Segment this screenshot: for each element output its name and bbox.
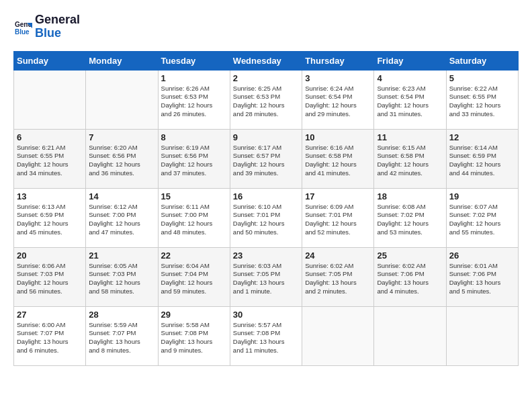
day-info: Sunrise: 6:10 AM Sunset: 7:01 PM Dayligh… [233,203,299,237]
day-number: 12 [449,132,515,142]
day-number: 1 [161,73,227,83]
day-info: Sunrise: 6:15 AM Sunset: 6:58 PM Dayligh… [377,144,443,178]
day-number: 15 [161,191,227,201]
calendar-cell [86,70,158,129]
day-info: Sunrise: 6:12 AM Sunset: 7:00 PM Dayligh… [89,203,154,237]
day-info: Sunrise: 6:17 AM Sunset: 6:57 PM Dayligh… [233,144,299,178]
day-number: 18 [377,191,443,201]
calendar-cell: 14Sunrise: 6:12 AM Sunset: 7:00 PM Dayli… [86,188,158,247]
calendar-cell: 7Sunrise: 6:20 AM Sunset: 6:56 PM Daylig… [86,129,158,188]
header-sunday: Sunday [14,51,86,70]
day-info: Sunrise: 6:14 AM Sunset: 6:59 PM Dayligh… [449,144,515,178]
logo: General Blue General Blue [13,13,80,40]
day-info: Sunrise: 6:26 AM Sunset: 6:53 PM Dayligh… [161,85,227,119]
calendar-cell: 4Sunrise: 6:23 AM Sunset: 6:54 PM Daylig… [374,70,446,129]
day-number: 4 [377,73,443,83]
calendar-cell: 12Sunrise: 6:14 AM Sunset: 6:59 PM Dayli… [446,129,518,188]
day-info: Sunrise: 6:19 AM Sunset: 6:56 PM Dayligh… [161,144,227,178]
day-info: Sunrise: 5:57 AM Sunset: 7:08 PM Dayligh… [233,321,299,355]
day-number: 16 [233,191,299,201]
day-info: Sunrise: 5:58 AM Sunset: 7:08 PM Dayligh… [161,321,227,355]
day-info: Sunrise: 6:07 AM Sunset: 7:02 PM Dayligh… [449,203,515,237]
day-info: Sunrise: 6:16 AM Sunset: 6:58 PM Dayligh… [305,144,371,178]
header-saturday: Saturday [446,51,518,70]
logo-blue: Blue [35,27,80,40]
calendar-cell: 9Sunrise: 6:17 AM Sunset: 6:57 PM Daylig… [230,129,302,188]
day-info: Sunrise: 6:05 AM Sunset: 7:03 PM Dayligh… [89,262,154,296]
day-number: 29 [161,310,227,320]
day-info: Sunrise: 6:03 AM Sunset: 7:05 PM Dayligh… [233,262,299,296]
calendar-cell: 30Sunrise: 5:57 AM Sunset: 7:08 PM Dayli… [230,306,302,365]
header-thursday: Thursday [302,51,374,70]
calendar-cell [446,306,518,365]
calendar-cell: 5Sunrise: 6:22 AM Sunset: 6:55 PM Daylig… [446,70,518,129]
calendar-cell: 22Sunrise: 6:04 AM Sunset: 7:04 PM Dayli… [158,247,230,306]
header-monday: Monday [86,51,158,70]
day-info: Sunrise: 6:02 AM Sunset: 7:05 PM Dayligh… [305,262,371,296]
day-number: 2 [233,73,299,83]
day-number: 19 [449,191,515,201]
day-info: Sunrise: 6:24 AM Sunset: 6:54 PM Dayligh… [305,85,371,119]
calendar-cell: 18Sunrise: 6:08 AM Sunset: 7:02 PM Dayli… [374,188,446,247]
calendar-cell: 23Sunrise: 6:03 AM Sunset: 7:05 PM Dayli… [230,247,302,306]
day-number: 21 [89,250,154,261]
calendar-cell: 28Sunrise: 5:59 AM Sunset: 7:07 PM Dayli… [86,306,158,365]
day-info: Sunrise: 6:00 AM Sunset: 7:07 PM Dayligh… [17,321,83,355]
week-row-1: 6Sunrise: 6:21 AM Sunset: 6:55 PM Daylig… [14,129,519,188]
day-info: Sunrise: 6:08 AM Sunset: 7:02 PM Dayligh… [377,203,443,237]
calendar-cell: 2Sunrise: 6:25 AM Sunset: 6:53 PM Daylig… [230,70,302,129]
calendar-cell [302,306,374,365]
day-number: 27 [17,310,83,320]
day-number: 6 [17,132,83,142]
day-number: 20 [17,250,83,261]
day-number: 14 [89,191,154,201]
logo-general: General [35,13,80,26]
day-number: 5 [449,73,515,83]
day-info: Sunrise: 6:04 AM Sunset: 7:04 PM Dayligh… [161,262,227,296]
day-info: Sunrise: 6:11 AM Sunset: 7:00 PM Dayligh… [161,203,227,237]
logo-icon: General Blue [13,17,32,36]
calendar-cell: 13Sunrise: 6:13 AM Sunset: 6:59 PM Dayli… [14,188,86,247]
calendar-cell [374,306,446,365]
day-number: 10 [305,132,371,142]
calendar-cell: 24Sunrise: 6:02 AM Sunset: 7:05 PM Dayli… [302,247,374,306]
day-number: 17 [305,191,371,201]
calendar-cell: 19Sunrise: 6:07 AM Sunset: 7:02 PM Dayli… [446,188,518,247]
header-wednesday: Wednesday [230,51,302,70]
page-header: General Blue General Blue [13,13,519,40]
day-number: 11 [377,132,443,142]
week-row-0: 1Sunrise: 6:26 AM Sunset: 6:53 PM Daylig… [14,70,519,129]
day-number: 3 [305,73,371,83]
day-info: Sunrise: 6:09 AM Sunset: 7:01 PM Dayligh… [305,203,371,237]
day-number: 7 [89,132,154,142]
calendar-cell: 10Sunrise: 6:16 AM Sunset: 6:58 PM Dayli… [302,129,374,188]
day-info: Sunrise: 6:02 AM Sunset: 7:06 PM Dayligh… [377,262,443,296]
calendar-cell: 3Sunrise: 6:24 AM Sunset: 6:54 PM Daylig… [302,70,374,129]
day-number: 30 [233,310,299,320]
header-tuesday: Tuesday [158,51,230,70]
day-number: 23 [233,250,299,261]
calendar-cell: 16Sunrise: 6:10 AM Sunset: 7:01 PM Dayli… [230,188,302,247]
day-info: Sunrise: 6:13 AM Sunset: 6:59 PM Dayligh… [17,203,83,237]
day-number: 9 [233,132,299,142]
week-row-3: 20Sunrise: 6:06 AM Sunset: 7:03 PM Dayli… [14,247,519,306]
calendar-cell: 27Sunrise: 6:00 AM Sunset: 7:07 PM Dayli… [14,306,86,365]
calendar-cell: 21Sunrise: 6:05 AM Sunset: 7:03 PM Dayli… [86,247,158,306]
day-number: 8 [161,132,227,142]
day-number: 26 [449,250,515,261]
calendar-cell [14,70,86,129]
calendar-cell: 11Sunrise: 6:15 AM Sunset: 6:58 PM Dayli… [374,129,446,188]
day-info: Sunrise: 6:06 AM Sunset: 7:03 PM Dayligh… [17,262,83,296]
day-number: 25 [377,250,443,261]
calendar-cell: 25Sunrise: 6:02 AM Sunset: 7:06 PM Dayli… [374,247,446,306]
calendar-cell: 1Sunrise: 6:26 AM Sunset: 6:53 PM Daylig… [158,70,230,129]
calendar-header-row: SundayMondayTuesdayWednesdayThursdayFrid… [14,51,519,70]
day-number: 22 [161,250,227,261]
svg-text:Blue: Blue [15,28,30,36]
day-number: 28 [89,310,154,320]
day-info: Sunrise: 6:25 AM Sunset: 6:53 PM Dayligh… [233,85,299,119]
calendar-cell: 29Sunrise: 5:58 AM Sunset: 7:08 PM Dayli… [158,306,230,365]
day-info: Sunrise: 6:21 AM Sunset: 6:55 PM Dayligh… [17,144,83,178]
calendar-cell: 6Sunrise: 6:21 AM Sunset: 6:55 PM Daylig… [14,129,86,188]
calendar-cell: 20Sunrise: 6:06 AM Sunset: 7:03 PM Dayli… [14,247,86,306]
